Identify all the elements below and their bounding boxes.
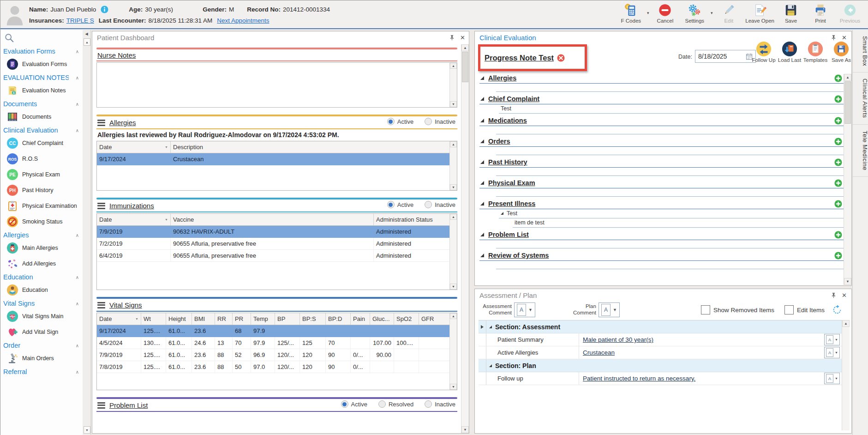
problem-list-filter-resolved[interactable]: Resolved	[378, 400, 413, 408]
toolbar-edit-button[interactable]: Edit	[714, 2, 743, 24]
column-header-vaccine[interactable]: Vaccine	[171, 214, 374, 225]
column-header-pain[interactable]: Pain	[351, 313, 370, 325]
expander-icon[interactable]	[489, 364, 492, 367]
nurse-notes-textarea[interactable]: ▲▼	[96, 62, 457, 108]
table-row[interactable]: 7/8/2019125....61.0...23.6885097.0120/..…	[97, 361, 450, 373]
scroll-down-icon[interactable]: ▼	[84, 426, 90, 434]
column-header-temp[interactable]: Temp	[251, 313, 275, 325]
column-header-bmi[interactable]: BMI	[192, 313, 215, 325]
scroll-down-icon[interactable]: ▼	[450, 184, 457, 190]
note-date-input[interactable]: 8/18/2025	[695, 50, 756, 63]
allergies-filter-inactive[interactable]: Inactive	[425, 118, 455, 125]
table-row[interactable]: 6/4/201990655 Afluria, preservative free…	[97, 250, 450, 262]
note-section-title[interactable]: Chief Complaint	[488, 95, 539, 103]
sidebar-section-allergies[interactable]: Allergies∧	[0, 230, 83, 240]
comment-dropdown-button[interactable]: A▼	[824, 334, 840, 345]
note-section-title[interactable]: Allergies	[488, 74, 516, 82]
column-header-spo2[interactable]: SpO2	[394, 313, 419, 325]
expander-icon[interactable]	[480, 160, 484, 164]
sidebar-section-clinical-evaluation[interactable]: Clinical Evaluation∧	[0, 125, 83, 135]
problem-list-filter-active[interactable]: Active	[341, 400, 367, 408]
sidebar-item-smoking-status[interactable]: Smoking Status	[0, 214, 83, 230]
scroll-up-icon[interactable]: ▲	[450, 141, 457, 147]
insurances-link[interactable]: TRIPLE S	[66, 17, 94, 24]
menu-icon[interactable]	[97, 301, 105, 309]
pin-icon[interactable]	[831, 292, 836, 298]
note-section-title[interactable]: Physical Exam	[488, 179, 535, 187]
note-section-title[interactable]: Problem List	[488, 231, 529, 238]
column-header-gfr[interactable]: GFR	[419, 313, 450, 325]
column-header-rr[interactable]: RR	[215, 313, 233, 325]
expander-icon[interactable]	[489, 326, 492, 328]
sidebar-item-past-history[interactable]: PHPast History	[0, 182, 83, 198]
note-item[interactable]: Test	[499, 209, 844, 218]
allergies-filter-active[interactable]: Active	[387, 118, 413, 125]
immunizations-filter-inactive[interactable]: Inactive	[425, 201, 455, 208]
column-header-bp-s[interactable]: BP:S	[300, 313, 326, 325]
sidebar-item-r-o-s[interactable]: ROSR.O.S	[0, 151, 83, 167]
table-row[interactable]: 4/5/2024130....61.0...24.6137097.9125/..…	[97, 337, 450, 349]
close-icon[interactable]: ✕	[842, 292, 847, 298]
comment-dropdown-button[interactable]: A▼	[824, 347, 840, 358]
load-last-button[interactable]: Load Last	[777, 42, 802, 63]
collapse-caret-icon[interactable]: ∧	[76, 343, 79, 348]
scroll-down-icon[interactable]: ▼	[844, 278, 851, 285]
assessment-row[interactable]: Follow upPatient instructed to return as…	[479, 372, 842, 385]
note-item[interactable]: item de test	[513, 218, 844, 228]
immunizations-title[interactable]: Immunizations	[109, 202, 154, 210]
progress-note-title[interactable]: Progress Note Test	[485, 54, 554, 62]
sidebar-section-documents[interactable]: Documents∧	[0, 98, 83, 109]
add-item-button[interactable]	[834, 74, 842, 82]
sidebar-section-order[interactable]: Order∧	[0, 340, 83, 350]
sidebar-item-main-orders[interactable]: Main Orders	[0, 350, 83, 366]
column-header-bp[interactable]: BP	[275, 313, 300, 325]
expander-icon[interactable]	[480, 119, 484, 122]
section-header-row[interactable]: Section: Plan	[479, 359, 842, 372]
sidebar-item-add-vital-sign[interactable]: Add Vital Sign	[0, 324, 83, 340]
add-item-button[interactable]	[834, 200, 842, 208]
scroll-down-icon[interactable]: ▼	[450, 284, 457, 290]
add-item-button[interactable]	[834, 252, 842, 260]
dropdown-caret-icon[interactable]: ▾	[709, 11, 714, 15]
sort-caret-icon[interactable]: ▼	[132, 317, 138, 320]
table-row[interactable]: 7/9/2019125....61.0...23.6885296.9120/..…	[97, 349, 450, 361]
add-item-button[interactable]	[834, 117, 842, 125]
collapse-caret-icon[interactable]: ∧	[76, 275, 79, 280]
expander-icon[interactable]	[480, 233, 484, 236]
problem-list-title[interactable]: Problem List	[109, 401, 148, 409]
scroll-up-icon[interactable]: ▲	[450, 214, 457, 220]
plan-comment-dropdown-button[interactable]: A ▼	[599, 302, 620, 317]
column-header-date[interactable]: Date▼	[97, 313, 141, 325]
collapse-caret-icon[interactable]: ∧	[76, 369, 79, 375]
sort-caret-icon[interactable]: ▼	[162, 218, 168, 221]
value-link-active-allergies[interactable]: Crustacean	[583, 349, 615, 356]
search-icon[interactable]	[0, 30, 83, 46]
sidebar-item-documents[interactable]: Documents	[0, 109, 83, 125]
sidebar-section-education[interactable]: Education∧	[0, 272, 83, 282]
note-section-title[interactable]: Past History	[488, 158, 527, 166]
refresh-icon[interactable]	[832, 305, 842, 315]
scroll-up-icon[interactable]: ▲	[461, 44, 469, 51]
assessment-row[interactable]: Patient SummaryMale patient of 30 year(s…	[479, 333, 842, 346]
value-link-follow-up[interactable]: Patient instructed to return as necessar…	[583, 375, 695, 382]
scrollbar-thumb[interactable]	[844, 81, 851, 124]
expander-icon[interactable]	[501, 212, 503, 215]
follow-up-button[interactable]: Follow Up	[751, 42, 777, 63]
add-item-button[interactable]	[834, 138, 842, 145]
scroll-up-icon[interactable]: ▲	[450, 313, 457, 319]
sort-caret-icon[interactable]: ▼	[162, 145, 168, 149]
column-header-gluc[interactable]: Gluc...	[370, 313, 394, 325]
expander-icon[interactable]	[480, 181, 484, 185]
column-header-description[interactable]: Description	[171, 141, 450, 153]
column-header-pr[interactable]: PR	[233, 313, 251, 325]
pin-icon[interactable]	[449, 35, 455, 41]
menu-icon[interactable]	[97, 201, 105, 210]
column-header-date[interactable]: Date▼	[97, 214, 171, 225]
sidebar-section-evaluation-notes[interactable]: EVALUATION NOTES∧	[0, 72, 83, 83]
add-item-button[interactable]	[834, 158, 842, 166]
scroll-down-icon[interactable]: ▼	[461, 426, 469, 433]
close-icon[interactable]: ✕	[460, 35, 465, 41]
info-icon[interactable]	[101, 6, 108, 13]
panel-splitter[interactable]	[469, 30, 474, 435]
pin-icon[interactable]	[831, 35, 836, 41]
